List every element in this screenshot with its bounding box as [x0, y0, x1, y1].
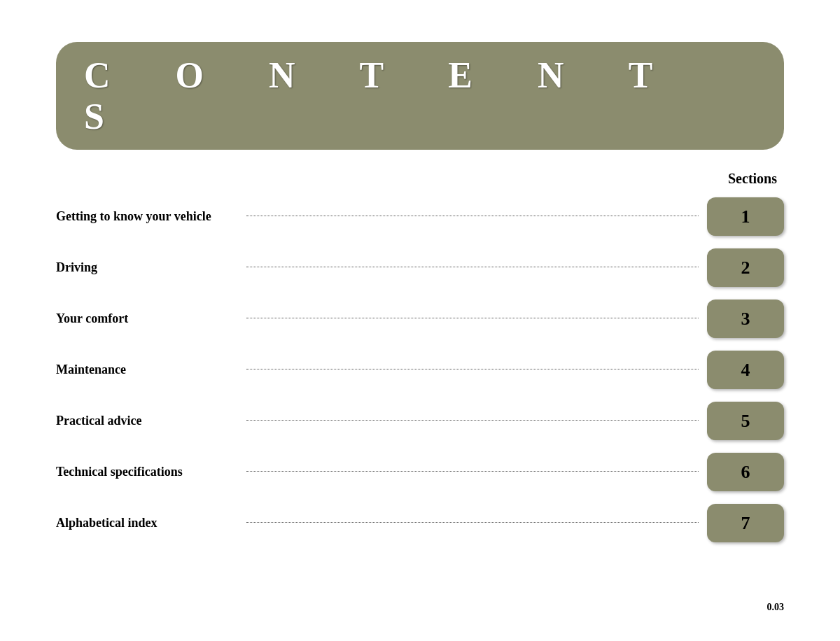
toc-item-4[interactable]: Maintenance 4 [56, 351, 784, 389]
toc-dots-6 [246, 471, 699, 472]
toc-item-2[interactable]: Driving 2 [56, 248, 784, 287]
toc-text-3: Your comfort [56, 311, 238, 326]
toc-dots-3 [246, 318, 699, 318]
toc-dots-1 [246, 216, 699, 216]
toc-dots-2 [246, 267, 699, 267]
toc-dots-4 [246, 369, 699, 369]
toc-item-6[interactable]: Technical specifications 6 [56, 453, 784, 491]
contents-bar: C O N T E N T S [56, 42, 784, 150]
section-badge-6[interactable]: 6 [707, 453, 784, 491]
section-badge-1[interactable]: 1 [707, 197, 784, 236]
page-number: 0.03 [767, 602, 785, 613]
sections-label: Sections [56, 171, 784, 187]
section-badge-4[interactable]: 4 [707, 351, 784, 389]
toc-text-5: Practical advice [56, 414, 238, 428]
toc-item-1[interactable]: Getting to know your vehicle 1 [56, 197, 784, 236]
toc-text-6: Technical specifications [56, 465, 238, 479]
toc-dots-5 [246, 420, 699, 421]
page-container: C O N T E N T S Sections Getting to know… [0, 0, 840, 641]
toc-item-7[interactable]: Alphabetical index 7 [56, 504, 784, 542]
toc-list: Getting to know your vehicle 1 Driving 2… [56, 197, 784, 542]
toc-text-1: Getting to know your vehicle [56, 209, 238, 224]
section-badge-2[interactable]: 2 [707, 248, 784, 287]
toc-text-7: Alphabetical index [56, 516, 238, 530]
toc-item-3[interactable]: Your comfort 3 [56, 300, 784, 338]
toc-dots-7 [246, 522, 699, 523]
section-badge-3[interactable]: 3 [707, 300, 784, 338]
toc-item-5[interactable]: Practical advice 5 [56, 402, 784, 440]
section-badge-5[interactable]: 5 [707, 402, 784, 440]
section-badge-7[interactable]: 7 [707, 504, 784, 542]
toc-text-4: Maintenance [56, 362, 238, 377]
toc-text-2: Driving [56, 260, 238, 275]
contents-title: C O N T E N T S [84, 55, 756, 137]
